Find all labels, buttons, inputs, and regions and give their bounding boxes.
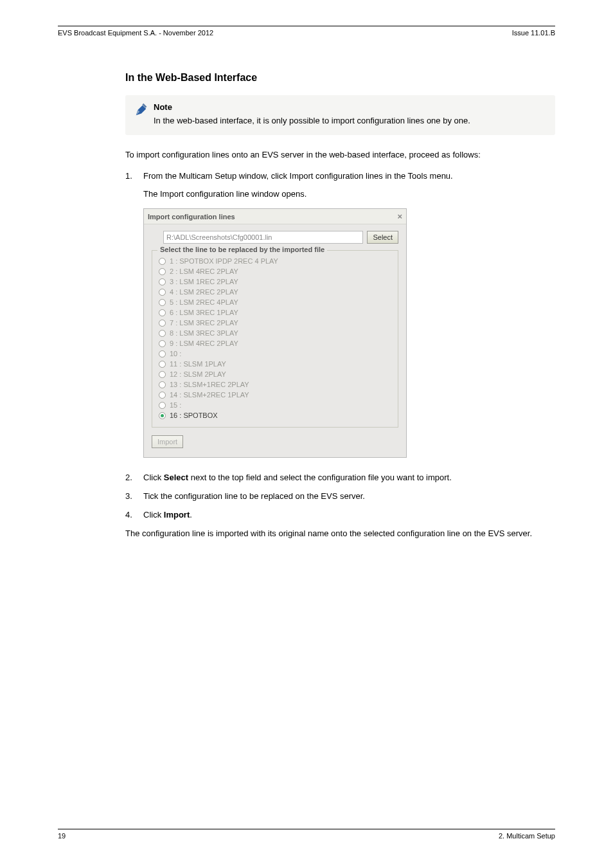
step-number: 3. bbox=[125, 491, 137, 503]
intro-text: To import configuration lines onto an EV… bbox=[125, 149, 555, 161]
dialog-title: Import configuration lines bbox=[148, 213, 235, 221]
note-box: Note In the web-based interface, it is o… bbox=[125, 95, 555, 135]
step-1-sub: The Import configuration line window ope… bbox=[143, 188, 555, 201]
config-line-label: 11 : SLSM 1PLAY bbox=[170, 360, 226, 368]
config-line-label: 3 : LSM 1REC 2PLAY bbox=[170, 278, 238, 285]
config-line-option[interactable]: 3 : LSM 1REC 2PLAY bbox=[159, 276, 391, 287]
step-text: Click Select next to the top field and s… bbox=[143, 472, 452, 484]
radio-icon bbox=[159, 392, 166, 399]
page-footer: 19 2. Multicam Setup bbox=[58, 829, 555, 840]
closing-text: The configuration line is imported with … bbox=[125, 528, 555, 540]
radio-icon bbox=[159, 350, 166, 357]
step-text: Tick the configuration line to be replac… bbox=[143, 491, 365, 503]
radio-icon bbox=[159, 309, 166, 316]
section-heading: In the Web-Based Interface bbox=[125, 72, 555, 84]
config-line-option[interactable]: 16 : SPOTBOX bbox=[159, 410, 391, 420]
step-4: 4. Click Import. bbox=[125, 509, 555, 521]
radio-icon bbox=[159, 381, 166, 388]
config-line-label: 2 : LSM 4REC 2PLAY bbox=[170, 267, 238, 275]
step-number: 1. bbox=[125, 170, 137, 183]
config-line-label: 12 : SLSM 2PLAY bbox=[170, 370, 226, 378]
footer-page-number: 19 bbox=[58, 832, 66, 840]
path-input[interactable] bbox=[163, 231, 363, 244]
radio-icon bbox=[159, 371, 166, 378]
step-1: 1. From the Multicam Setup window, click… bbox=[125, 170, 555, 183]
radio-icon bbox=[159, 268, 166, 275]
fieldset-legend: Select the line to be replaced by the im… bbox=[157, 246, 327, 253]
config-line-label: 5 : LSM 2REC 4PLAY bbox=[170, 298, 238, 306]
config-line-label: 15 : bbox=[170, 401, 181, 409]
header-left: EVS Broadcast Equipment S.A. - November … bbox=[58, 29, 213, 37]
config-line-option[interactable]: 12 : SLSM 2PLAY bbox=[159, 369, 391, 379]
config-line-label: 14 : SLSM+2REC 1PLAY bbox=[170, 391, 249, 399]
config-line-label: 8 : LSM 3REC 3PLAY bbox=[170, 329, 238, 337]
config-line-option[interactable]: 13 : SLSM+1REC 2PLAY bbox=[159, 379, 391, 390]
note-title: Note bbox=[154, 102, 470, 114]
config-line-label: 13 : SLSM+1REC 2PLAY bbox=[170, 381, 249, 388]
import-button[interactable]: Import bbox=[152, 435, 183, 448]
import-config-dialog: Import configuration lines × Select Sele… bbox=[143, 208, 407, 458]
pencil-icon bbox=[134, 103, 148, 117]
radio-icon bbox=[159, 330, 166, 337]
radio-icon bbox=[159, 361, 166, 368]
step-number: 2. bbox=[125, 472, 137, 484]
header-right: Issue 11.01.B bbox=[512, 29, 555, 37]
radio-icon bbox=[159, 278, 166, 285]
config-line-option[interactable]: 1 : SPOTBOX IPDP 2REC 4 PLAY bbox=[159, 256, 391, 266]
radio-icon bbox=[159, 258, 166, 265]
config-line-option[interactable]: 6 : LSM 3REC 1PLAY bbox=[159, 307, 391, 318]
line-fieldset: Select the line to be replaced by the im… bbox=[152, 250, 398, 428]
config-line-option[interactable]: 14 : SLSM+2REC 1PLAY bbox=[159, 390, 391, 400]
config-line-option[interactable]: 4 : LSM 2REC 2PLAY bbox=[159, 287, 391, 297]
step-text: From the Multicam Setup window, click Im… bbox=[143, 170, 453, 183]
config-line-label: 1 : SPOTBOX IPDP 2REC 4 PLAY bbox=[170, 257, 278, 265]
radio-icon bbox=[159, 340, 166, 347]
step-2: 2. Click Select next to the top field an… bbox=[125, 472, 555, 484]
config-line-option[interactable]: 15 : bbox=[159, 400, 391, 410]
page-header: EVS Broadcast Equipment S.A. - November … bbox=[58, 29, 555, 37]
config-line-label: 10 : bbox=[170, 350, 181, 357]
radio-icon bbox=[159, 299, 166, 306]
config-line-option[interactable]: 9 : LSM 4REC 2PLAY bbox=[159, 338, 391, 348]
config-line-label: 9 : LSM 4REC 2PLAY bbox=[170, 339, 238, 347]
config-line-option[interactable]: 8 : LSM 3REC 3PLAY bbox=[159, 328, 391, 338]
radio-icon bbox=[159, 402, 166, 409]
step-text: Click Import. bbox=[143, 509, 192, 521]
config-line-option[interactable]: 7 : LSM 3REC 2PLAY bbox=[159, 318, 391, 328]
config-line-option[interactable]: 2 : LSM 4REC 2PLAY bbox=[159, 266, 391, 276]
footer-section: 2. Multicam Setup bbox=[499, 832, 555, 840]
select-button[interactable]: Select bbox=[367, 231, 398, 244]
close-icon[interactable]: × bbox=[397, 212, 402, 221]
step-3: 3. Tick the configuration line to be rep… bbox=[125, 491, 555, 503]
radio-icon bbox=[159, 320, 166, 327]
radio-icon bbox=[159, 412, 166, 419]
config-line-label: 4 : LSM 2REC 2PLAY bbox=[170, 288, 238, 296]
step-number: 4. bbox=[125, 509, 137, 521]
config-line-label: 16 : SPOTBOX bbox=[170, 411, 218, 419]
config-line-label: 6 : LSM 3REC 1PLAY bbox=[170, 309, 238, 316]
config-line-label: 7 : LSM 3REC 2PLAY bbox=[170, 319, 238, 327]
note-text: In the web-based interface, it is only p… bbox=[154, 116, 470, 125]
radio-icon bbox=[159, 289, 166, 296]
config-line-option[interactable]: 11 : SLSM 1PLAY bbox=[159, 359, 391, 369]
config-line-option[interactable]: 10 : bbox=[159, 348, 391, 359]
config-line-option[interactable]: 5 : LSM 2REC 4PLAY bbox=[159, 297, 391, 307]
